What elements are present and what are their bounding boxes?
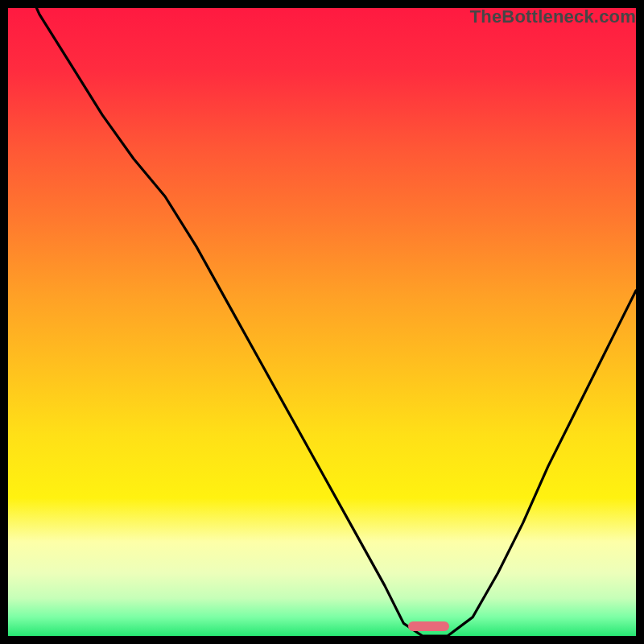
optimum-marker <box>408 621 449 631</box>
curve-layer <box>8 8 636 636</box>
plot-area <box>8 8 636 636</box>
chart-container: TheBottleneck.com <box>0 0 644 644</box>
bottleneck-curve <box>8 8 636 636</box>
watermark-text: TheBottleneck.com <box>470 6 636 27</box>
